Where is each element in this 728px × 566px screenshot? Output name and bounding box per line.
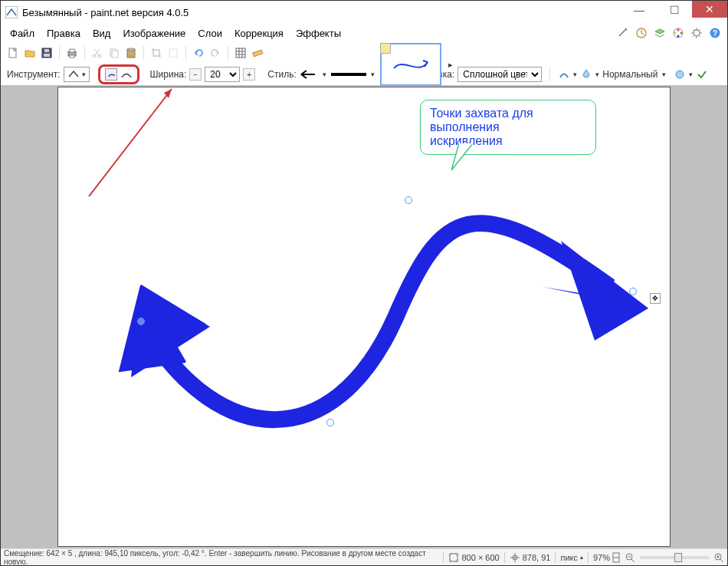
blend-fill-icon[interactable]: [580, 68, 592, 81]
menu-edit[interactable]: Правка: [41, 25, 87, 41]
width-increment[interactable]: +: [243, 68, 255, 81]
svg-rect-24: [236, 48, 245, 58]
svg-rect-22: [130, 48, 133, 51]
svg-text:?: ?: [713, 29, 717, 38]
title-bar: Безымянный - paint.net версия 4.0.5 — ☐ …: [1, 1, 727, 24]
history-window-icon[interactable]: [635, 27, 648, 39]
layers-window-icon[interactable]: [654, 27, 666, 39]
tool-label: Инструмент:: [7, 69, 61, 80]
move-handle[interactable]: ✥: [650, 293, 661, 304]
colors-window-icon[interactable]: [672, 27, 684, 39]
tool-selector[interactable]: ▾: [64, 67, 90, 82]
svg-point-6: [674, 32, 677, 35]
callout-line: Точки захвата для: [430, 107, 586, 120]
copy-icon[interactable]: [108, 47, 120, 59]
undo-icon[interactable]: [192, 47, 205, 59]
window-title: Безымянный - paint.net версия 4.0.5: [22, 7, 621, 18]
redo-icon[interactable]: [209, 47, 221, 59]
curve-shape[interactable]: [58, 87, 671, 548]
status-units[interactable]: пикс ▴: [560, 553, 583, 562]
help-icon[interactable]: ?: [709, 27, 721, 39]
menu-effects[interactable]: Эффекты: [290, 25, 347, 41]
zoom-out-icon[interactable]: [625, 552, 635, 563]
cut-icon[interactable]: [91, 47, 103, 59]
width-select[interactable]: 20: [205, 67, 240, 82]
minimize-button[interactable]: —: [621, 1, 657, 19]
svg-point-3: [677, 29, 680, 31]
svg-rect-25: [253, 50, 263, 57]
svg-rect-23: [169, 49, 177, 57]
width-label: Ширина:: [150, 69, 187, 80]
window-controls: — ☐ ✕: [621, 1, 727, 24]
svg-rect-29: [450, 554, 457, 561]
tools-window-icon[interactable]: [617, 27, 629, 39]
sampling-icon[interactable]: [674, 68, 686, 81]
svg-rect-20: [112, 51, 118, 58]
svg-rect-15: [70, 49, 74, 52]
curve-nub[interactable]: [326, 419, 334, 426]
menu-bar: Файл Правка Вид Изображение Слои Коррекц…: [1, 24, 727, 42]
deselect-icon[interactable]: [167, 47, 179, 59]
svg-point-7: [694, 30, 700, 36]
svg-line-33: [631, 559, 635, 562]
spline-curve-icon[interactable]: [105, 68, 117, 81]
status-zoom[interactable]: 97%: [593, 552, 620, 563]
svg-rect-0: [5, 6, 18, 18]
status-canvas-size: 800 × 600: [448, 552, 499, 563]
app-icon: [5, 6, 18, 18]
zoom-in-icon[interactable]: [713, 552, 724, 563]
svg-rect-12: [44, 54, 50, 57]
maximize-button[interactable]: ☐: [657, 1, 692, 19]
width-decrement[interactable]: −: [189, 68, 202, 81]
fill-select[interactable]: Сплошной цвет: [457, 67, 542, 82]
curve-nub[interactable]: [629, 288, 637, 295]
menu-file[interactable]: Файл: [4, 25, 41, 41]
workspace: ▸ ✥ Точки зах: [1, 85, 727, 548]
line-start-style[interactable]: [300, 69, 320, 80]
bezier-curve-icon[interactable]: [120, 68, 133, 81]
svg-point-27: [676, 71, 684, 78]
curve-nub[interactable]: [405, 196, 412, 204]
svg-line-36: [720, 559, 723, 562]
ruler-icon[interactable]: [251, 47, 264, 59]
paste-icon[interactable]: [125, 47, 137, 59]
svg-rect-16: [70, 55, 74, 58]
menu-image[interactable]: Изображение: [116, 25, 192, 41]
print-icon[interactable]: [66, 47, 78, 59]
new-file-icon[interactable]: [7, 47, 19, 59]
status-info: Смещение: 642 × 5 , длина: 945,10 пиксел…: [4, 549, 438, 566]
save-file-icon[interactable]: [41, 47, 53, 59]
status-cursor: 878, 91: [510, 552, 551, 563]
zoom-slider[interactable]: [640, 556, 709, 559]
menu-adjust[interactable]: Коррекция: [228, 25, 290, 41]
settings-icon[interactable]: [690, 27, 703, 39]
close-button[interactable]: ✕: [692, 1, 727, 18]
callout-line: выполнения: [430, 120, 586, 134]
status-bar: Смещение: 642 × 5 , длина: 945,10 пиксел…: [1, 548, 727, 565]
antialias-icon[interactable]: [558, 68, 570, 81]
grid-icon[interactable]: [234, 47, 247, 59]
finish-icon[interactable]: [696, 68, 708, 81]
svg-rect-13: [44, 49, 49, 52]
crop-icon[interactable]: [150, 47, 162, 59]
unpin-icon[interactable]: [380, 43, 391, 54]
canvas[interactable]: ▸ ✥ Точки зах: [57, 87, 671, 547]
blend-mode-label[interactable]: Нормальный: [602, 69, 657, 80]
document-thumbnail[interactable]: ▸: [380, 43, 441, 86]
thumbnail-dropdown-icon[interactable]: ▸: [448, 60, 453, 70]
annotation-callout: Точки захвата для выполнения искривления: [420, 100, 596, 155]
menu-view[interactable]: Вид: [87, 25, 117, 41]
open-file-icon[interactable]: [24, 47, 36, 59]
main-toolbar: [1, 42, 727, 64]
svg-point-5: [677, 35, 680, 38]
menu-layers[interactable]: Слои: [192, 25, 228, 41]
curve-nub[interactable]: [137, 318, 145, 325]
style-label: Стиль:: [267, 69, 296, 80]
line-dash-style[interactable]: [330, 69, 368, 80]
svg-point-4: [680, 32, 683, 35]
